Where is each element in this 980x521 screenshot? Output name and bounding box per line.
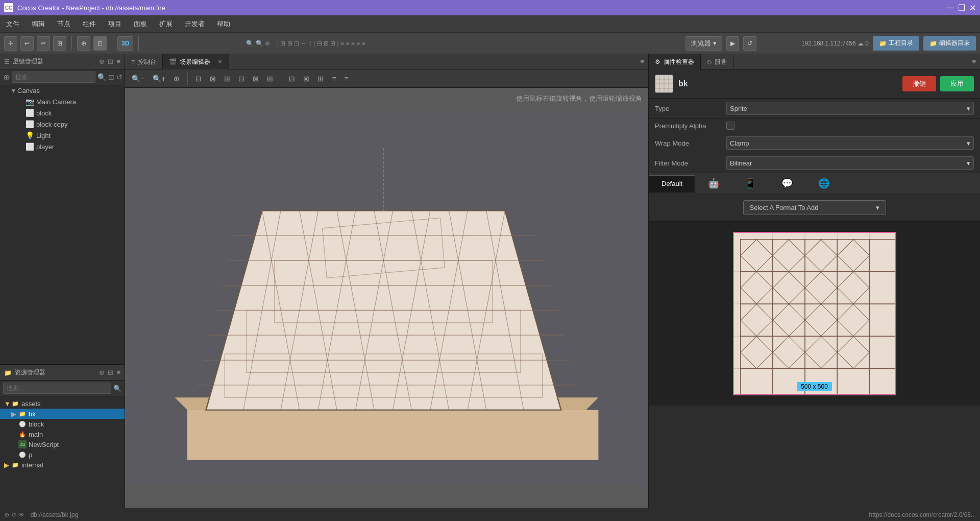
tree-item-block-copy[interactable]: ⬜ block copy — [0, 119, 125, 130]
project-dir-button[interactable]: 📁 工程目录 — [873, 36, 919, 51]
statusbar-icons[interactable]: ⚙ ↺ 👁 — [4, 511, 24, 518]
maximize-button[interactable]: ❐ — [958, 3, 965, 13]
tab-service[interactable]: ◇ 服务 — [701, 54, 733, 69]
snap-button[interactable]: ⊞ — [222, 73, 233, 84]
assets-search-icon[interactable]: 🔍 — [113, 385, 121, 392]
menu-panel[interactable]: 面板 — [132, 17, 149, 31]
hierarchy-icon-menu[interactable]: ≡ — [116, 58, 120, 65]
asset-item-p[interactable]: ⚪ p — [0, 449, 125, 460]
search-icon[interactable]: 🔍 — [97, 73, 106, 81]
scene-tab-close-icon[interactable]: ✕ — [217, 58, 223, 65]
assets-icons[interactable]: ⊕ ⊟ ≡ — [99, 369, 120, 376]
hierarchy-icon-copy[interactable]: ⊡ — [108, 58, 113, 65]
asset-item-block[interactable]: ⚪ block — [0, 419, 125, 429]
asset-item-assets[interactable]: ▼ 📁 assets — [0, 398, 125, 409]
scene-mode-3[interactable]: ⊞ — [315, 73, 326, 84]
asset-item-internal[interactable]: ▶ 📁 internal — [0, 460, 125, 470]
scene-mode-1[interactable]: ⊟ — [286, 73, 298, 84]
menu-component[interactable]: 组件 — [81, 17, 98, 31]
tree-item-main-camera[interactable]: 📷 Main Camera — [0, 96, 125, 107]
asset-item-newscript[interactable]: JS NewScript — [0, 439, 125, 449]
platform-tab-default[interactable]: Default — [649, 175, 695, 193]
tab-inspector[interactable]: ⚙ 属性检查器 — [649, 54, 701, 69]
scene-mode-5[interactable]: ≡ — [342, 73, 351, 84]
titlebar-controls[interactable]: — ❐ ✕ — [946, 3, 976, 13]
tree-item-light[interactable]: 💡 Light — [0, 130, 125, 141]
tree-item-canvas[interactable]: ▼ Canvas — [0, 85, 125, 96]
browser-button[interactable]: 浏览器 ▾ — [685, 36, 722, 51]
minimize-button[interactable]: — — [946, 3, 954, 13]
hierarchy-icons[interactable]: ⊕ ⊡ ≡ — [99, 58, 120, 65]
scene-mode-2[interactable]: ⊠ — [301, 73, 312, 84]
3d-mode-button[interactable]: 3D — [117, 36, 133, 51]
menu-node[interactable]: 节点 — [55, 17, 72, 31]
close-button[interactable]: ✕ — [969, 3, 976, 13]
platform-tab-wechat[interactable]: 💬 — [769, 173, 805, 194]
grid-v-button[interactable]: ⊠ — [207, 73, 218, 84]
platform-tab-web[interactable]: 🌐 — [805, 173, 842, 194]
grid-h-button[interactable]: ⊟ — [193, 73, 204, 84]
scene-mode-4[interactable]: ≡ — [329, 73, 338, 84]
toolbar-right: 浏览器 ▾ ▶ ↺ 192.168.1.112:7456 ☁ 0 📁 工程目录 … — [685, 36, 976, 51]
apply-button[interactable]: 应用 — [940, 76, 974, 91]
service-tab-label: 服务 — [715, 58, 727, 66]
refresh-icon[interactable]: ↺ — [116, 73, 122, 81]
filter-icon[interactable]: ⊡ — [108, 73, 114, 81]
menu-file[interactable]: 文件 — [4, 17, 21, 31]
tab-console[interactable]: ≡ 控制台 — [125, 54, 163, 69]
scene-3d-view — [125, 88, 648, 508]
type-select[interactable]: Sprite ▾ — [726, 102, 974, 115]
service-tab-icon: ◇ — [707, 58, 712, 65]
menu-help[interactable]: 帮助 — [215, 17, 232, 31]
console-tab-icon: ≡ — [131, 58, 135, 65]
premultiply-checkbox[interactable] — [726, 122, 734, 130]
menu-developer[interactable]: 开发者 — [183, 17, 207, 31]
undo-button[interactable]: ↩ — [20, 36, 34, 51]
rect-select-button[interactable]: ⊞ — [53, 36, 66, 51]
wrap-mode-select[interactable]: Clamp ▾ — [726, 136, 974, 150]
assets-icon-menu[interactable]: ≡ — [116, 369, 120, 376]
refresh-button[interactable]: ↺ — [743, 36, 756, 51]
type-label: Type — [655, 105, 726, 112]
zoom-in-button[interactable]: 🔍+ — [150, 73, 168, 84]
menu-edit[interactable]: 编辑 — [30, 17, 47, 31]
editor-tabs-menu-icon[interactable]: ≡ — [640, 58, 644, 65]
menu-extend[interactable]: 扩展 — [157, 17, 175, 31]
align-center-button[interactable]: ⊠ — [250, 73, 261, 84]
zoom-out-button[interactable]: 🔍− — [129, 73, 147, 84]
inspector-tabs-menu-icon[interactable]: ≡ — [972, 58, 976, 65]
asset-item-main[interactable]: 🔥 main — [0, 429, 125, 439]
assets-icon-sort[interactable]: ⊟ — [108, 369, 113, 376]
format-select-dropdown[interactable]: Select A Format To Add ▾ — [743, 200, 886, 215]
platform-tab-ios[interactable]: 📱 — [732, 173, 769, 194]
platform-tab-android[interactable]: 🤖 — [695, 173, 732, 194]
tree-item-player[interactable]: ⬜ player — [0, 141, 125, 152]
filter-mode-label: Filter Mode — [655, 159, 726, 167]
redo-button[interactable]: ✂ — [37, 36, 50, 51]
assets-folder-label: assets — [21, 400, 41, 408]
scene-viewport[interactable]: 使用鼠标右键旋转视角，使用滚轮缩放视角 — [125, 88, 648, 508]
assets-search-input[interactable] — [3, 383, 111, 394]
filter-mode-select[interactable]: Bilinear ▾ — [726, 156, 974, 170]
hierarchy-search-input[interactable] — [12, 72, 95, 83]
transform-button[interactable]: ⊡ — [93, 36, 107, 51]
inspector-header: bk 撤销 应用 — [649, 69, 980, 99]
tab-scene[interactable]: 🎬 场景编辑器 ✕ — [163, 54, 229, 69]
menu-project[interactable]: 项目 — [106, 17, 124, 31]
align-right-button[interactable]: ⊞ — [264, 73, 276, 84]
move-tool-button[interactable]: ⊕ — [77, 36, 90, 51]
align-left-button[interactable]: ⊟ — [236, 73, 247, 84]
tree-item-block[interactable]: ⬜ block — [0, 107, 125, 119]
asset-item-bk[interactable]: ▶ 📁 bk — [0, 409, 125, 419]
cancel-button[interactable]: 撤销 — [902, 76, 936, 91]
bk-folder-label: bk — [29, 410, 36, 418]
editor-tabs: ≡ 控制台 🎬 场景编辑器 ✕ ≡ — [125, 54, 648, 69]
assets-icon-add[interactable]: ⊕ — [99, 369, 105, 376]
play-button[interactable]: ▶ — [726, 36, 739, 51]
add-node-button[interactable]: ✛ — [4, 36, 17, 51]
add-node-icon[interactable]: ⊕ — [3, 73, 10, 82]
hierarchy-icon-add[interactable]: ⊕ — [99, 58, 105, 65]
titlebar-title: Cocos Creator - NewProject - db://assets… — [17, 4, 165, 12]
fit-button[interactable]: ⊕ — [171, 73, 182, 84]
editor-dir-button[interactable]: 📁 编辑器目录 — [923, 36, 976, 51]
